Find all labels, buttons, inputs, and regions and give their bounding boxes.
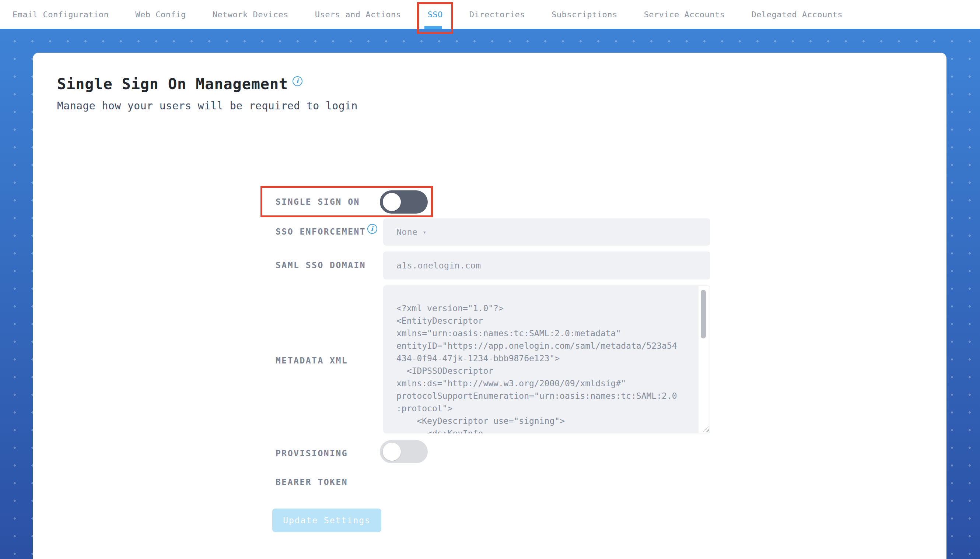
page-subtitle: Manage how your users will be required t… [57, 100, 358, 112]
content-card: Single Sign On Managementi Manage how yo… [33, 53, 947, 559]
toggle-knob [383, 193, 401, 211]
sso-enforcement-select[interactable]: None▾ [383, 218, 710, 246]
nav-tab-delegated-accounts[interactable]: Delegated Accounts [752, 10, 843, 19]
toggle-knob [383, 443, 401, 461]
info-icon[interactable]: i [293, 76, 303, 86]
update-settings-button[interactable]: Update Settings [272, 509, 381, 532]
sso-enforcement-label-text: SSO ENFORCEMENT [276, 227, 366, 237]
nav-tab-subscriptions[interactable]: Subscriptions [551, 10, 617, 19]
nav-tab-web-config[interactable]: Web Config [135, 10, 186, 19]
scrollbar-track[interactable] [699, 286, 710, 433]
nav-tab-network-devices[interactable]: Network Devices [213, 10, 288, 19]
saml-sso-domain-label: SAML SSO DOMAIN [276, 260, 366, 270]
nav-tab-directories[interactable]: Directories [469, 10, 525, 19]
active-tab-indicator [424, 26, 442, 29]
page-title: Single Sign On Managementi [57, 76, 303, 93]
single-sign-on-label: SINGLE SIGN ON [276, 197, 360, 207]
saml-sso-domain-value: a1s.onelogin.com [396, 251, 481, 280]
nav-tab-email-configuration[interactable]: Email Configuration [13, 10, 109, 19]
provisioning-label: PROVISIONING [276, 448, 348, 458]
provisioning-toggle[interactable] [380, 440, 428, 463]
metadata-xml-textarea[interactable]: <?xml version="1.0"?> <EntityDescriptor … [383, 285, 710, 433]
sso-enforcement-label: SSO ENFORCEMENTi [276, 227, 366, 237]
bearer-token-label: BEARER TOKEN [276, 477, 348, 487]
metadata-xml-content: <?xml version="1.0"?> <EntityDescriptor … [396, 302, 694, 433]
page-title-text: Single Sign On Management [57, 76, 288, 93]
app-window: Email Configuration Web Config Network D… [0, 0, 980, 559]
sso-enforcement-value: None [396, 227, 417, 237]
single-sign-on-toggle[interactable] [380, 190, 428, 213]
info-icon[interactable]: i [368, 224, 377, 234]
scrollbar-thumb[interactable] [701, 290, 706, 338]
metadata-xml-label: METADATA XML [276, 356, 348, 365]
nav-tab-users-and-actions[interactable]: Users and Actions [315, 10, 401, 19]
top-navigation: Email Configuration Web Config Network D… [0, 0, 980, 29]
chevron-down-icon: ▾ [422, 229, 426, 236]
nav-tab-service-accounts[interactable]: Service Accounts [644, 10, 725, 19]
nav-tab-sso-label: SSO [427, 10, 442, 19]
saml-sso-domain-input[interactable]: a1s.onelogin.com [383, 251, 710, 280]
nav-tab-sso[interactable]: SSO [427, 10, 442, 19]
